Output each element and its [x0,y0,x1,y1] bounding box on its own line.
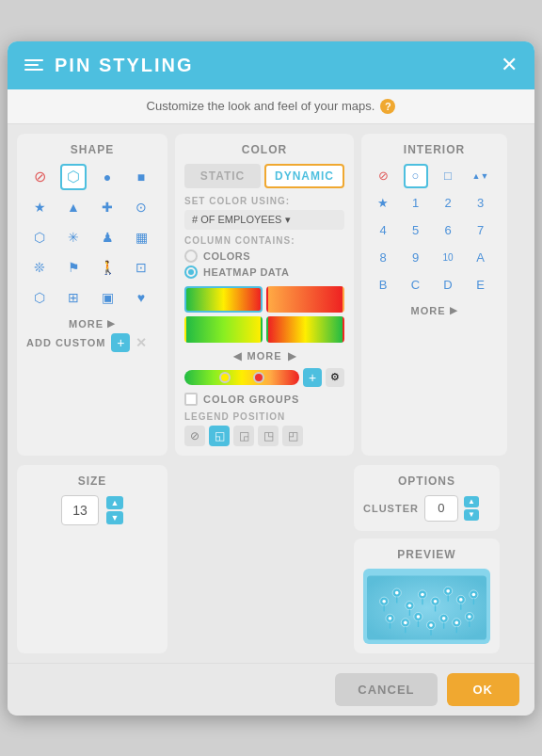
interior-more-btn[interactable]: MORE ▶ [371,305,498,316]
shape-person[interactable]: ♟ [94,224,120,250]
shape-panel: SHAPE ⊘ ⬡ ● ■ ★ ▲ ✚ ⊙ ⬡ ✳ ♟ ▦ ❊ ⚑ 🚶 ⊡ ⬡ … [17,134,167,456]
radio-colors-row[interactable]: COLORS [184,249,344,263]
add-custom-button[interactable]: + [111,333,130,352]
interior-7[interactable]: 7 [469,218,493,243]
svg-point-43 [442,617,446,620]
interior-arrows[interactable]: ▲▼ [469,164,493,188]
interior-9[interactable]: 9 [404,246,428,270]
radio-colors-btn[interactable] [184,249,198,263]
swatch-red-green[interactable] [266,316,344,343]
size-control: 13 ▲ ▼ [26,495,158,525]
preview-svg [367,572,486,643]
swatch-orange-red[interactable] [266,286,344,313]
shape-dots[interactable]: ⊞ [60,284,87,311]
shape-pin[interactable]: ⬡ [60,164,87,190]
interior-10[interactable]: 10 [436,246,460,270]
interior-6[interactable]: 6 [436,218,460,243]
shape-chart[interactable]: ▦ [128,224,154,250]
shape-ban[interactable]: ⊘ [26,164,53,190]
svg-point-45 [468,615,471,619]
radio-heatmap-row[interactable]: HEATMAP DATA [184,265,344,279]
size-up-button[interactable]: ▲ [106,496,123,509]
tab-dynamic[interactable]: DYNAMIC [264,164,344,188]
shape-star[interactable]: ★ [26,194,53,220]
gradient-settings-button[interactable]: ⚙ [326,368,344,387]
legend-icons-row: ⊘ ◱ ◲ ◳ ◰ [184,426,344,446]
interior-square[interactable]: □ [436,164,460,188]
shape-truck[interactable]: ▣ [94,284,120,311]
shape-heart[interactable]: ♥ [128,284,154,311]
color-tabs: STATIC DYNAMIC [184,164,344,188]
interior-star[interactable]: ★ [371,191,395,216]
interior-A[interactable]: A [469,246,493,270]
preview-panel-title: PREVIEW [363,548,490,561]
color-groups-label: COLOR GROUPS [203,394,299,405]
radio-heatmap-btn[interactable] [184,265,198,279]
column-contains-label: COLUMN CONTAINS: [184,235,344,246]
interior-2[interactable]: 2 [436,191,460,216]
interior-E[interactable]: E [469,273,493,298]
interior-D[interactable]: D [436,273,460,298]
interior-ban[interactable]: ⊘ [371,164,395,188]
color-groups-row: COLOR GROUPS [184,393,344,406]
slider-thumb-yellow[interactable] [219,372,231,383]
gradient-slider[interactable] [184,370,299,385]
legend-position-label: LEGEND POSITION [184,411,344,422]
color-more-arrow-left: ◀ [233,350,242,362]
right-column: OPTIONS CLUSTER 0 ▲ ▼ PREVIEW [354,465,525,653]
options-panel: OPTIONS CLUSTER 0 ▲ ▼ [354,465,500,531]
shape-flag[interactable]: ⚑ [60,254,87,281]
color-dropdown[interactable]: # OF EMPLOYEES ▾ [184,210,344,230]
shape-burst[interactable]: ✳ [60,224,87,250]
legend-bottom-left[interactable]: ◱ [209,426,230,446]
shape-person2[interactable]: 🚶 [94,254,120,281]
help-badge[interactable]: ? [380,99,395,114]
gradient-add-button[interactable]: + [303,368,322,387]
legend-top-right[interactable]: ◰ [282,426,303,446]
modal-container: PIN STYLING ✕ Customize the look and fee… [8,41,534,716]
svg-point-37 [459,598,463,602]
close-button[interactable]: ✕ [501,55,518,75]
interior-circle[interactable]: ○ [404,164,428,188]
interior-4[interactable]: 4 [371,218,395,243]
interior-C[interactable]: C [404,273,428,298]
shape-bag[interactable]: ⊡ [128,254,154,281]
tab-static[interactable]: STATIC [184,164,261,188]
ok-button[interactable]: OK [447,673,520,706]
color-groups-checkbox[interactable] [184,393,198,406]
shape-lollipop[interactable]: ⊙ [128,194,154,220]
interior-panel: INTERIOR ⊘ ○ □ ▲▼ ★ 1 2 3 4 5 6 7 8 9 10… [361,134,507,456]
gradient-swatches [184,286,344,343]
legend-none[interactable]: ⊘ [184,426,205,446]
svg-point-40 [404,620,407,624]
shape-triangle[interactable]: ▲ [60,194,87,220]
interior-5[interactable]: 5 [404,218,428,243]
cluster-down-button[interactable]: ▼ [464,509,479,521]
slider-thumb-red[interactable] [253,372,264,383]
shape-cross[interactable]: ✚ [94,194,120,220]
cluster-up-button[interactable]: ▲ [464,496,479,507]
color-more-btn[interactable]: ◀ MORE ▶ [184,350,344,362]
svg-point-31 [382,599,386,603]
shape-more-btn[interactable]: MORE ▶ [26,318,158,330]
gradient-slider-row: + ⚙ [184,368,344,387]
interior-8[interactable]: 8 [371,246,395,270]
cancel-button[interactable]: CANCEL [335,673,437,706]
size-down-button[interactable]: ▼ [106,511,123,524]
shape-snowflake[interactable]: ❊ [26,254,53,281]
legend-bottom-right[interactable]: ◲ [233,426,254,446]
swatch-green-yellow[interactable] [184,316,263,343]
interior-1[interactable]: 1 [404,191,428,216]
swatch-green-yellow-red[interactable] [184,286,263,313]
remove-custom-button[interactable]: ✕ [136,335,148,350]
shape-shield[interactable]: ⬡ [26,224,53,250]
interior-B[interactable]: B [371,273,395,298]
set-color-label: SET COLOR USING: [184,196,344,206]
shape-square[interactable]: ■ [128,164,154,190]
legend-top-left[interactable]: ◳ [258,426,279,446]
main-panels: SHAPE ⊘ ⬡ ● ■ ★ ▲ ✚ ⊙ ⬡ ✳ ♟ ▦ ❊ ⚑ 🚶 ⊡ ⬡ … [8,124,534,465]
shape-tag[interactable]: ⬡ [26,284,53,311]
interior-3[interactable]: 3 [469,191,493,216]
shape-circle[interactable]: ● [94,164,120,190]
dropdown-arrow: ▾ [285,214,291,226]
